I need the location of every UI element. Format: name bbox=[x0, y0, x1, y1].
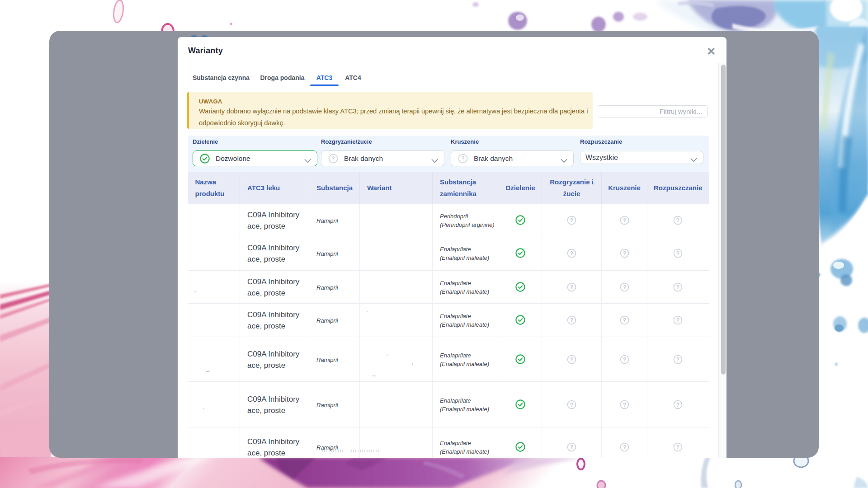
svg-text:?: ? bbox=[676, 284, 679, 290]
svg-text:?: ? bbox=[623, 250, 626, 257]
svg-text:?: ? bbox=[570, 401, 573, 408]
svg-text:?: ? bbox=[570, 444, 573, 450]
svg-text:?: ? bbox=[623, 284, 626, 290]
svg-text:?: ? bbox=[623, 217, 626, 223]
svg-text:?: ? bbox=[676, 217, 679, 223]
svg-text:?: ? bbox=[676, 250, 679, 257]
svg-text:?: ? bbox=[623, 444, 626, 450]
svg-text:?: ? bbox=[623, 317, 626, 324]
svg-text:?: ? bbox=[570, 217, 573, 223]
svg-text:?: ? bbox=[570, 356, 573, 362]
svg-text:?: ? bbox=[676, 444, 679, 450]
svg-text:?: ? bbox=[676, 401, 679, 408]
svg-text:?: ? bbox=[623, 401, 626, 408]
svg-text:?: ? bbox=[676, 317, 679, 324]
svg-text:?: ? bbox=[331, 155, 335, 162]
svg-text:?: ? bbox=[570, 284, 573, 290]
svg-text:?: ? bbox=[676, 356, 679, 362]
svg-text:?: ? bbox=[623, 356, 626, 362]
svg-text:?: ? bbox=[570, 250, 573, 257]
svg-text:?: ? bbox=[461, 155, 465, 162]
svg-text:?: ? bbox=[570, 317, 573, 324]
